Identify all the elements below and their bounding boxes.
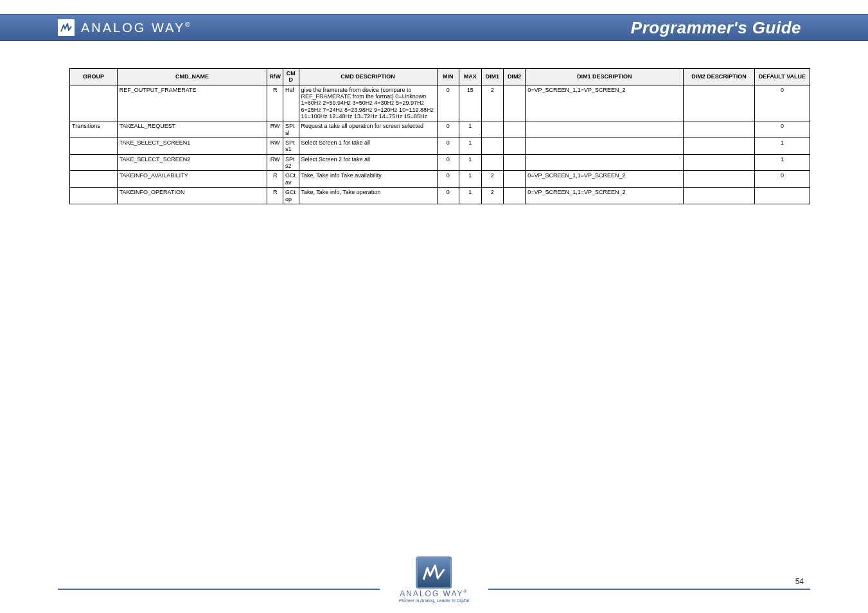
cell-cmd_descr: give the framerate from device (compare … bbox=[299, 85, 437, 121]
cell-default: 0 bbox=[754, 121, 810, 138]
cell-dim1_descr bbox=[526, 121, 684, 138]
table-row: TAKEINFO_OPERATIONRGCtopTake, Take info,… bbox=[70, 188, 810, 204]
cell-group: Transitions bbox=[70, 121, 118, 138]
th-dim1: DIM1 bbox=[481, 69, 503, 85]
cell-dim2_descr bbox=[684, 121, 755, 138]
cell-dim2 bbox=[503, 171, 525, 188]
cell-default: 1 bbox=[754, 138, 810, 155]
cell-cmd: GCtop bbox=[283, 188, 299, 204]
cell-cmd_descr: Take, Take info Take availability bbox=[299, 171, 437, 188]
th-dim2descr: DIM2 DESCRIPTION bbox=[684, 69, 755, 85]
page-title: Programmer's Guide bbox=[631, 18, 853, 38]
cell-rw: R bbox=[267, 171, 283, 188]
command-table: GROUP CMD_NAME R/W CMD CMD DESCRIPTION M… bbox=[69, 68, 810, 204]
brand-logo-icon bbox=[58, 19, 75, 36]
th-cmddescr: CMD DESCRIPTION bbox=[299, 69, 437, 85]
cell-dim2 bbox=[503, 154, 525, 171]
th-default: DEFAULT VALUE bbox=[754, 69, 810, 85]
th-min: MIN bbox=[437, 69, 459, 85]
th-cmd: CMD bbox=[283, 69, 299, 85]
cell-cmd: SPts2 bbox=[283, 154, 299, 171]
cell-cmd_name: REF_OUTPUT_FRAMERATE bbox=[117, 85, 267, 121]
cell-dim1_descr: 0=VP_SCREEN_1,1=VP_SCREEN_2 bbox=[526, 85, 684, 121]
cell-dim2_descr bbox=[684, 138, 755, 155]
cell-cmd: SPts1 bbox=[283, 138, 299, 155]
cell-group bbox=[70, 188, 118, 204]
cell-min: 0 bbox=[437, 188, 459, 204]
th-group: GROUP bbox=[70, 69, 118, 85]
cell-dim2_descr bbox=[684, 188, 755, 204]
table-row: TAKEINFO_AVAILABILITYRGCtavTake, Take in… bbox=[70, 171, 810, 188]
th-cmdname: CMD_NAME bbox=[117, 69, 267, 85]
cell-dim2_descr bbox=[684, 171, 755, 188]
th-max: MAX bbox=[459, 69, 481, 85]
footer-logo: ANALOG WAY® Pioneer in Analog, Leader in… bbox=[399, 556, 469, 603]
cell-rw: R bbox=[267, 188, 283, 204]
footer-divider-right bbox=[488, 589, 810, 590]
cell-dim1 bbox=[481, 138, 503, 155]
cell-max: 1 bbox=[459, 171, 481, 188]
th-dim1descr: DIM1 DESCRIPTION bbox=[526, 69, 684, 85]
table-row: TransitionsTAKEALL_REQUESTRWSPtslRequest… bbox=[70, 121, 810, 138]
th-dim2: DIM2 bbox=[503, 69, 525, 85]
cell-min: 0 bbox=[437, 171, 459, 188]
page-number: 54 bbox=[795, 577, 804, 586]
cell-cmd: SPtsl bbox=[283, 121, 299, 138]
cell-dim2 bbox=[503, 138, 525, 155]
cell-dim1_descr bbox=[526, 154, 684, 171]
cell-dim2 bbox=[503, 121, 525, 138]
cell-dim1: 2 bbox=[481, 171, 503, 188]
cell-rw: RW bbox=[267, 138, 283, 155]
footer-tagline: Pioneer in Analog, Leader in Digital bbox=[399, 598, 469, 603]
footer-logo-icon bbox=[416, 556, 452, 589]
cell-cmd_descr: Select Screen 1 for take all bbox=[299, 138, 437, 155]
cell-cmd_descr: Select Screen 2 for take all bbox=[299, 154, 437, 171]
cell-default: 1 bbox=[754, 154, 810, 171]
table-header-row: GROUP CMD_NAME R/W CMD CMD DESCRIPTION M… bbox=[70, 69, 810, 85]
footer: ANALOG WAY® Pioneer in Analog, Leader in… bbox=[0, 547, 868, 605]
cell-cmd_name: TAKE_SELECT_SCREEN1 bbox=[117, 138, 267, 155]
cell-dim2_descr bbox=[684, 85, 755, 121]
table-body: REF_OUTPUT_FRAMERATERHafgive the framera… bbox=[70, 85, 810, 204]
cell-cmd_name: TAKEALL_REQUEST bbox=[117, 121, 267, 138]
cell-min: 0 bbox=[437, 85, 459, 121]
cell-max: 1 bbox=[459, 188, 481, 204]
cell-max: 1 bbox=[459, 154, 481, 171]
table-row: TAKE_SELECT_SCREEN1RWSPts1Select Screen … bbox=[70, 138, 810, 155]
brand-logo: ANALOG WAY® bbox=[58, 19, 192, 36]
cell-min: 0 bbox=[437, 138, 459, 155]
cell-dim2_descr bbox=[684, 154, 755, 171]
cell-min: 0 bbox=[437, 154, 459, 171]
cell-default: 0 bbox=[754, 85, 810, 121]
cell-dim1_descr: 0=VP_SCREEN_1,1=VP_SCREEN_2 bbox=[526, 188, 684, 204]
cell-dim1 bbox=[481, 154, 503, 171]
cell-dim1_descr: 0=VP_SCREEN_1,1=VP_SCREEN_2 bbox=[526, 171, 684, 188]
cell-group bbox=[70, 154, 118, 171]
cell-max: 15 bbox=[459, 85, 481, 121]
cell-dim1_descr bbox=[526, 138, 684, 155]
cell-min: 0 bbox=[437, 121, 459, 138]
cell-cmd_descr: Take, Take info, Take operation bbox=[299, 188, 437, 204]
th-rw: R/W bbox=[267, 69, 283, 85]
cell-rw: RW bbox=[267, 154, 283, 171]
cell-rw: RW bbox=[267, 121, 283, 138]
cell-default bbox=[754, 188, 810, 204]
footer-brand-text: ANALOG WAY® bbox=[399, 589, 469, 598]
cell-group bbox=[70, 138, 118, 155]
header-bar: ANALOG WAY® Programmer's Guide bbox=[0, 14, 868, 41]
cell-dim1 bbox=[481, 121, 503, 138]
table-row: REF_OUTPUT_FRAMERATERHafgive the framera… bbox=[70, 85, 810, 121]
cell-cmd: Haf bbox=[283, 85, 299, 121]
cell-dim1: 2 bbox=[481, 85, 503, 121]
cell-rw: R bbox=[267, 85, 283, 121]
cell-group bbox=[70, 85, 118, 121]
cell-cmd_name: TAKE_SELECT_SCREEN2 bbox=[117, 154, 267, 171]
brand-text: ANALOG WAY® bbox=[81, 21, 192, 35]
content-area: GROUP CMD_NAME R/W CMD CMD DESCRIPTION M… bbox=[0, 41, 868, 204]
cell-dim1: 2 bbox=[481, 188, 503, 204]
table-row: TAKE_SELECT_SCREEN2RWSPts2Select Screen … bbox=[70, 154, 810, 171]
cell-default: 0 bbox=[754, 171, 810, 188]
cell-max: 1 bbox=[459, 121, 481, 138]
cell-group bbox=[70, 171, 118, 188]
cell-cmd_name: TAKEINFO_AVAILABILITY bbox=[117, 171, 267, 188]
